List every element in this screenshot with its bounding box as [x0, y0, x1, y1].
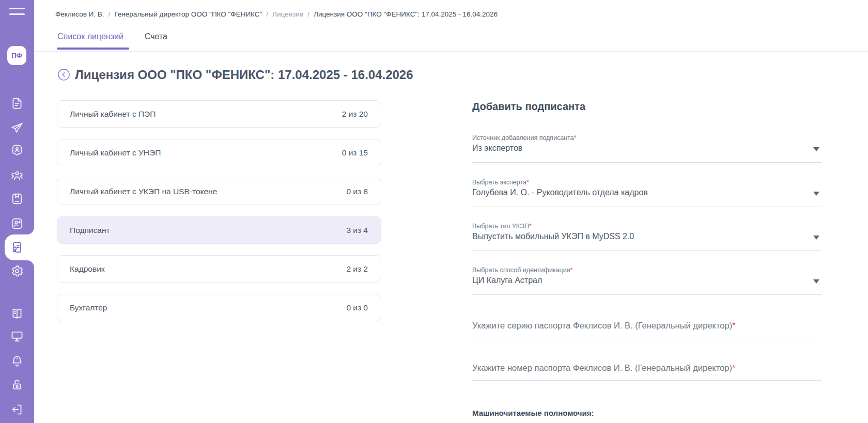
breadcrumb-item: Лицензия ООО "ПКО "ФЕНИКС": 17.04.2025 -…: [314, 10, 498, 18]
field-identification: Выбрать способ идентификации*ЦИ Калуга А…: [472, 267, 822, 297]
sidebar-item-logout[interactable]: [0, 398, 34, 421]
ukep-type-select[interactable]: Выпустить мобильный УКЭП в MyDSS 2.0: [472, 232, 806, 241]
open-book-icon: [10, 307, 24, 320]
dropdown-caret-icon[interactable]: [813, 192, 819, 196]
passport-series-input[interactable]: Укажите серию паспорта Феклисов И. В. (Г…: [472, 321, 822, 331]
field-source: Источник добавления подписанта*Из экспер…: [472, 134, 822, 165]
field-label: Выбрать способ идентификации*: [472, 267, 573, 274]
license-count: 0 из 8: [346, 187, 368, 196]
sidebar-item-licenses[interactable]: [0, 236, 34, 259]
chat-screen-icon: [10, 330, 24, 343]
people-group-icon: [10, 169, 24, 182]
book-bookmark-icon: [10, 192, 24, 206]
field-underline: [472, 338, 822, 338]
identification-select[interactable]: ЦИ Калуга Астрал: [472, 276, 806, 285]
paper-plane-icon: [10, 121, 24, 135]
lock-open-icon: [10, 378, 24, 391]
expert-select[interactable]: Голубева И. О. - Руководитель отдела кад…: [472, 188, 806, 197]
license-name: Личный кабинет с ПЭП: [70, 109, 156, 119]
machine-readable-powers-label: Машиночитаемые полномочия:: [472, 409, 594, 417]
license-card-signer[interactable]: Подписант3 из 4: [57, 216, 381, 244]
required-asterisk: *: [732, 321, 735, 330]
field-underline: [472, 380, 822, 381]
field-expert: Выбрать эксперта*Голубева И. О. - Руково…: [472, 179, 822, 210]
required-asterisk: *: [732, 363, 735, 372]
required-asterisk: *: [526, 179, 529, 186]
sidebar: ПФ: [0, 0, 34, 423]
add-signer-form: Добавить подписанта Источник добавления …: [472, 0, 822, 423]
bell-icon: [10, 354, 24, 368]
document-icon: [10, 97, 24, 110]
back-button[interactable]: [58, 69, 70, 81]
field-underline: [472, 294, 822, 295]
field-label: Выбрать тип УКЭП*: [472, 223, 532, 230]
sidebar-item-support[interactable]: [0, 325, 34, 348]
license-count: 2 из 20: [342, 109, 368, 119]
field-label: Выбрать эксперта*: [472, 179, 529, 186]
source-select[interactable]: Из экспертов: [472, 144, 806, 153]
field-passport-number: Укажите номер паспорта Феклисов И. В. (Г…: [472, 363, 822, 394]
tab-license-list[interactable]: Список лицензий: [57, 32, 123, 50]
person-add-icon: [10, 217, 24, 230]
license-name: Личный кабинет с УКЭП на USB-токене: [70, 187, 217, 196]
sidebar-item-documents[interactable]: [0, 92, 34, 115]
required-asterisk: *: [529, 223, 532, 230]
person-card-icon: [10, 144, 24, 157]
license-card-hr[interactable]: Кадровик2 из 2: [57, 255, 381, 283]
field-passport-series: Укажите серию паспорта Феклисов И. В. (Г…: [472, 321, 822, 352]
breadcrumb-separator: /: [109, 10, 111, 18]
breadcrumb-item[interactable]: Генеральный директор ООО "ПКО "ФЕНИКС": [114, 10, 262, 18]
license-name: Кадровик: [70, 264, 105, 274]
menu-toggle-button[interactable]: [9, 7, 25, 15]
page-title: Лицензия ООО "ПКО "ФЕНИКС": 17.04.2025 -…: [75, 68, 413, 82]
form-title: Добавить подписанта: [472, 101, 585, 113]
breadcrumb-separator: /: [266, 10, 268, 18]
required-asterisk: *: [570, 267, 573, 274]
back-circle-icon: [58, 69, 70, 81]
sidebar-item-journal[interactable]: [0, 187, 34, 210]
license-card-unep[interactable]: Личный кабинет с УНЭП0 из 15: [57, 139, 381, 166]
license-name: Личный кабинет с УНЭП: [70, 148, 161, 158]
license-card-pep[interactable]: Личный кабинет с ПЭП2 из 20: [57, 100, 381, 128]
license-count: 0 из 0: [346, 303, 368, 312]
license-count: 2 из 2: [346, 264, 368, 274]
tabs: Список лицензийСчета: [57, 32, 167, 50]
sidebar-item-send[interactable]: [0, 117, 34, 139]
logout-icon: [10, 403, 24, 416]
license-name: Подписант: [70, 226, 110, 235]
gear-icon: [10, 264, 24, 278]
required-asterisk: *: [574, 134, 577, 142]
field-ukep-type: Выбрать тип УКЭП*Выпустить мобильный УКЭ…: [472, 223, 822, 254]
org-logo-badge[interactable]: ПФ: [7, 46, 26, 65]
sidebar-item-notifications[interactable]: [0, 350, 34, 372]
dropdown-caret-icon[interactable]: [813, 279, 819, 284]
breadcrumb-item[interactable]: Лицензии: [272, 10, 303, 18]
sidebar-item-guide[interactable]: [0, 302, 34, 325]
license-card-accountant[interactable]: Бухгалтер0 из 0: [57, 294, 381, 321]
license-count: 3 из 4: [346, 226, 368, 235]
breadcrumb-separator: /: [307, 10, 309, 18]
sidebar-item-security[interactable]: [0, 373, 34, 396]
certificate-icon: [10, 241, 24, 254]
sidebar-item-contacts[interactable]: [0, 139, 34, 162]
field-underline: [472, 162, 822, 163]
license-card-ukep-usb[interactable]: Личный кабинет с УКЭП на USB-токене0 из …: [57, 178, 381, 205]
breadcrumb-item[interactable]: Феклисов И. В.: [55, 10, 104, 18]
license-list: Личный кабинет с ПЭП2 из 20Личный кабине…: [57, 100, 381, 322]
passport-number-input[interactable]: Укажите номер паспорта Феклисов И. В. (Г…: [472, 363, 822, 373]
dropdown-caret-icon[interactable]: [813, 147, 819, 151]
license-name: Бухгалтер: [70, 303, 107, 312]
field-label: Источник добавления подписанта*: [472, 134, 577, 142]
dropdown-caret-icon[interactable]: [813, 236, 819, 240]
sidebar-item-add-person[interactable]: [0, 212, 34, 235]
license-count: 0 из 15: [342, 148, 368, 158]
breadcrumb: Феклисов И. В./Генеральный директор ООО …: [55, 10, 498, 18]
sidebar-item-settings[interactable]: [0, 260, 34, 283]
tab-invoices[interactable]: Счета: [145, 32, 167, 50]
app-window: ПФ Феклисов И. В./Генеральный директор О…: [0, 0, 868, 423]
field-underline: [472, 250, 822, 251]
sidebar-item-team[interactable]: [0, 164, 34, 187]
field-underline: [472, 207, 822, 207]
